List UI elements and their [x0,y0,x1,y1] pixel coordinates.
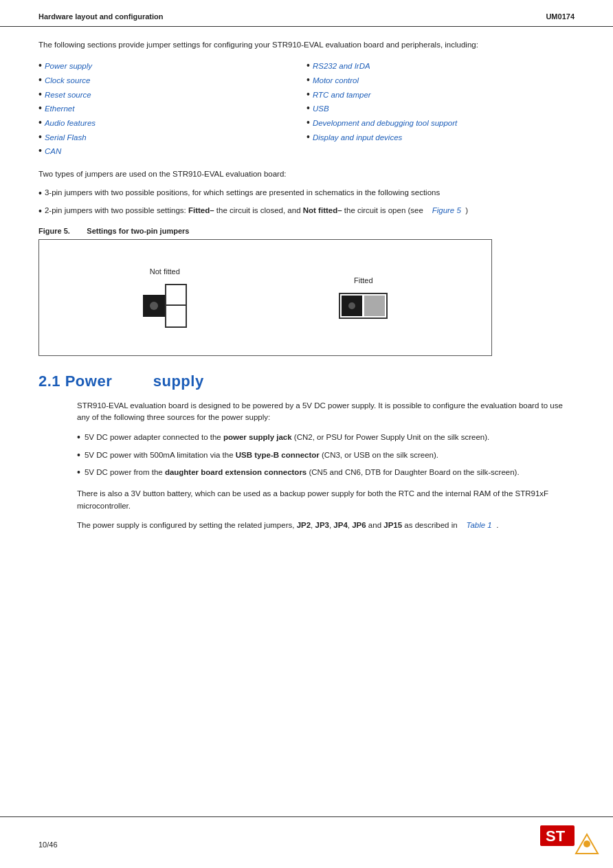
section-2-1-title: 2.1 Power supply [38,372,575,390]
battery-paragraph: There is also a 3V button battery, which… [77,488,575,513]
pin-open-top [165,284,187,306]
list-item: CAN [38,144,306,159]
page-number: 10/46 [38,841,58,849]
list-item: Power supply [38,59,306,74]
page-header: Hardware layout and configuration UM0174 [0,0,613,27]
list-item: Audio features [38,116,306,131]
table-1-link[interactable]: Table 1 [466,521,491,529]
list-item: Development and debugging tool support [306,116,575,131]
st-logo: ST [540,823,575,849]
svg-text:ST: ST [546,827,566,845]
fitted-pins [339,293,388,319]
not-fitted-label: Not fitted [150,267,180,276]
fitted-group: Fitted [339,276,388,319]
list-item: Clock source [38,74,306,88]
list-item: RS232 and IrDA [306,59,575,74]
topics-col2: RS232 and IrDA Motor control RTC and tam… [306,59,575,159]
intro-paragraph: The following sections provide jumper se… [38,39,575,51]
list-item: Ethernet [38,102,306,116]
fitted-pin-2 [364,296,385,316]
power-source-3: 5V DC power from the daughter board exte… [77,466,575,480]
jumper-config-paragraph: The power supply is configured by settin… [77,520,575,532]
section-2-1-content: STR910-EVAL evaluation board is designed… [38,400,575,532]
list-item: Motor control [306,74,575,88]
fitted-pin-1 [342,296,362,316]
corner-logo-svg [575,833,599,855]
page-footer: 10/46 ST [0,816,613,849]
list-item: Reset source [38,88,306,102]
header-doc-id: UM0174 [546,12,575,21]
jumper-intro-text: Two types of jumpers are used on the STR… [38,168,575,180]
list-item: Display and input devices [306,131,575,145]
list-item: USB [306,102,575,116]
power-source-2: 5V DC power with 500mA limitation via th… [77,449,575,463]
pin-dark [143,295,165,317]
st-logo-svg: ST [540,823,575,849]
topics-col1: Power supply Clock source Reset source E… [38,59,306,159]
svg-point-3 [583,841,590,847]
power-source-1: 5V DC power adapter connected to the pow… [77,431,575,445]
figure-5-box: Not fitted Fitted [38,239,492,356]
topics-list: Power supply Clock source Reset source E… [38,59,575,159]
jumper-types-list: 3-pin jumpers with two possible position… [38,187,575,218]
power-supply-intro: STR910-EVAL evaluation board is designed… [77,400,575,425]
header-title: Hardware layout and configuration [38,12,164,21]
jumper-type-2: 2-pin jumpers with two possible settings… [38,205,575,219]
corner-watermark [575,833,599,857]
fitted-label: Fitted [354,276,373,285]
list-item: RTC and tamper [306,88,575,102]
pin-open-container [165,284,187,328]
page: Hardware layout and configuration UM0174… [0,0,613,868]
power-sources-list: 5V DC power adapter connected to the pow… [77,431,575,480]
figure-label: Figure 5. Settings for two-pin jumpers [38,227,575,235]
main-content: The following sections provide jumper se… [0,27,613,531]
jumper-type-1: 3-pin jumpers with two possible position… [38,187,575,201]
pin-open-bottom [165,306,187,328]
not-fitted-group: Not fitted [143,267,187,328]
list-item: Serial Flash [38,131,306,145]
